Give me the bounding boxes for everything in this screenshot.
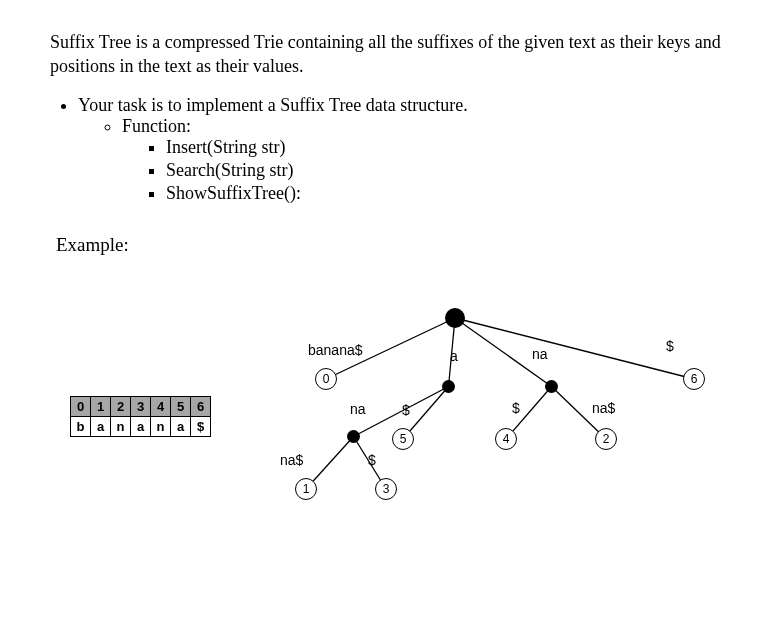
- function-label-text: Function:: [122, 116, 191, 136]
- tree-root-node: [445, 308, 465, 328]
- intro-paragraph: Suffix Tree is a compressed Trie contain…: [50, 30, 734, 79]
- tree-edge-label: na: [532, 346, 548, 362]
- func-search: Search(String str): [166, 160, 734, 181]
- tree-leaf-node: 3: [375, 478, 397, 500]
- func-show: ShowSuffixTree():: [166, 183, 734, 204]
- suffix-tree-diagram: 0123456 banana$ 0654213banana$ana$na$$na…: [70, 288, 710, 508]
- tree-internal-node: [545, 380, 558, 393]
- tree-edge-label: $: [402, 402, 410, 418]
- function-list: Insert(String str) Search(String str) Sh…: [166, 137, 734, 204]
- function-label: Function: Insert(String str) Search(Stri…: [122, 116, 734, 204]
- func-insert: Insert(String str): [166, 137, 734, 158]
- tree-edges-svg: [70, 288, 710, 508]
- tree-edge-label: $: [512, 400, 520, 416]
- tree-leaf-node: 0: [315, 368, 337, 390]
- task-text: Your task is to implement a Suffix Tree …: [78, 95, 468, 115]
- tree-leaf-node: 2: [595, 428, 617, 450]
- tree-internal-node: [347, 430, 360, 443]
- tree-edge-label: na: [350, 401, 366, 417]
- svg-line-3: [455, 318, 694, 379]
- tree-internal-node: [442, 380, 455, 393]
- tree-edge-label: na$: [592, 400, 615, 416]
- tree-edge-label: na$: [280, 452, 303, 468]
- tree-leaf-node: 6: [683, 368, 705, 390]
- tree-edge-label: $: [666, 338, 674, 354]
- example-label: Example:: [56, 234, 734, 256]
- tree-edge-label: a: [450, 348, 458, 364]
- tree-leaf-node: 1: [295, 478, 317, 500]
- task-list: Your task is to implement a Suffix Tree …: [78, 95, 734, 204]
- tree-edge-label: banana$: [308, 342, 363, 358]
- tree-edge-label: $: [368, 452, 376, 468]
- tree-leaf-node: 4: [495, 428, 517, 450]
- task-bullet: Your task is to implement a Suffix Tree …: [78, 95, 734, 204]
- tree-leaf-node: 5: [392, 428, 414, 450]
